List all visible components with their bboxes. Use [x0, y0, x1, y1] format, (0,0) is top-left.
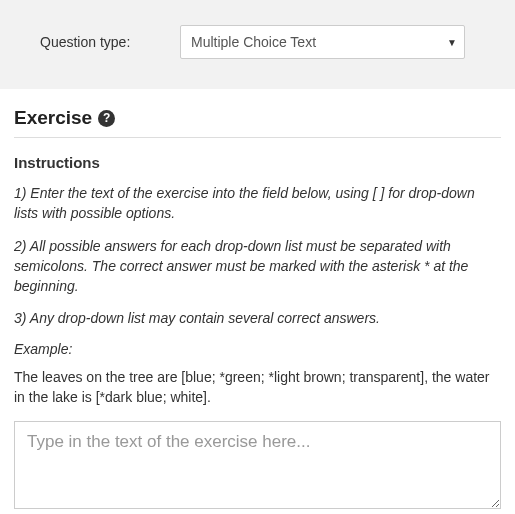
exercise-heading-text: Exercise — [14, 107, 92, 129]
example-label: Example: — [14, 341, 501, 357]
exercise-textarea[interactable] — [14, 421, 501, 509]
question-type-select[interactable]: Multiple Choice Text — [180, 25, 465, 59]
exercise-heading: Exercise ? — [14, 107, 501, 138]
question-type-select-wrap: Multiple Choice Text ▼ — [180, 25, 465, 59]
instructions-heading: Instructions — [14, 154, 501, 171]
exercise-section: Exercise ? Instructions 1) Enter the tex… — [0, 89, 515, 514]
help-icon[interactable]: ? — [98, 110, 115, 127]
question-type-label: Question type: — [20, 34, 160, 50]
example-text: The leaves on the tree are [blue; *green… — [14, 367, 501, 408]
instruction-step: 1) Enter the text of the exercise into t… — [14, 183, 501, 224]
question-type-row: Question type: Multiple Choice Text ▼ — [0, 0, 515, 89]
instruction-step: 3) Any drop-down list may contain severa… — [14, 308, 501, 328]
instruction-step: 2) All possible answers for each drop-do… — [14, 236, 501, 297]
